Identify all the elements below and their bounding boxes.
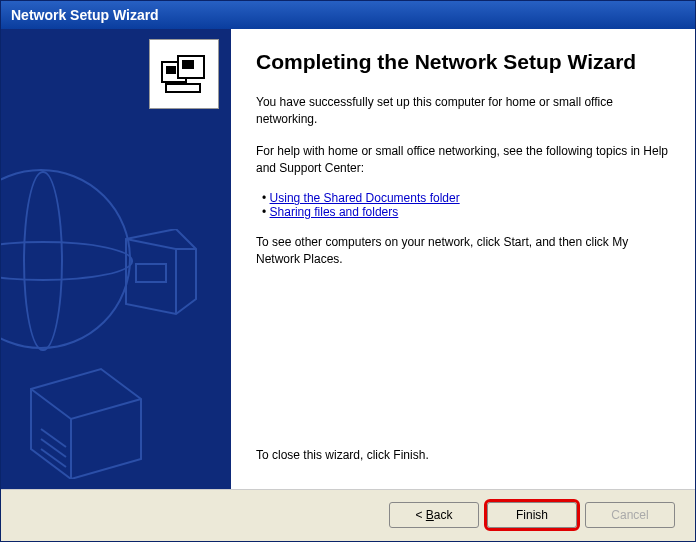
svg-line-9 — [41, 439, 66, 457]
title-bar: Network Setup Wizard — [1, 1, 695, 29]
network-computers-icon — [156, 46, 212, 102]
documents-decoration — [21, 359, 161, 479]
page-heading: Completing the Network Setup Wizard — [256, 49, 670, 74]
printer-decoration — [106, 229, 216, 329]
shared-documents-link[interactable]: Using the Shared Documents folder — [270, 191, 460, 205]
wizard-icon-box — [149, 39, 219, 109]
help-links-list: Using the Shared Documents folder Sharin… — [262, 191, 670, 219]
close-instruction-text: To close this wizard, click Finish. — [256, 447, 670, 464]
help-intro-text: For help with home or small office netwo… — [256, 143, 670, 177]
cancel-button[interactable]: Cancel — [585, 502, 675, 528]
window-title: Network Setup Wizard — [11, 7, 159, 23]
finish-button[interactable]: Finish — [487, 502, 577, 528]
network-places-text: To see other computers on your network, … — [256, 234, 670, 268]
sharing-files-link[interactable]: Sharing files and folders — [270, 205, 399, 219]
main-panel: Completing the Network Setup Wizard You … — [231, 29, 695, 489]
list-item: Sharing files and folders — [262, 205, 670, 219]
svg-rect-1 — [166, 66, 176, 74]
back-button[interactable]: < Back — [389, 502, 479, 528]
side-panel — [1, 29, 231, 489]
svg-marker-7 — [31, 369, 141, 479]
svg-rect-3 — [182, 60, 194, 69]
list-item: Using the Shared Documents folder — [262, 191, 670, 205]
button-row: < Back Finish Cancel — [1, 489, 695, 539]
content-area: Completing the Network Setup Wizard You … — [1, 29, 695, 489]
wizard-window: Network Setup Wizard — [0, 0, 696, 542]
svg-line-10 — [41, 449, 66, 467]
success-text: You have successfully set up this comput… — [256, 94, 670, 128]
svg-rect-4 — [166, 84, 200, 92]
svg-rect-6 — [136, 264, 166, 282]
svg-line-8 — [41, 429, 66, 447]
